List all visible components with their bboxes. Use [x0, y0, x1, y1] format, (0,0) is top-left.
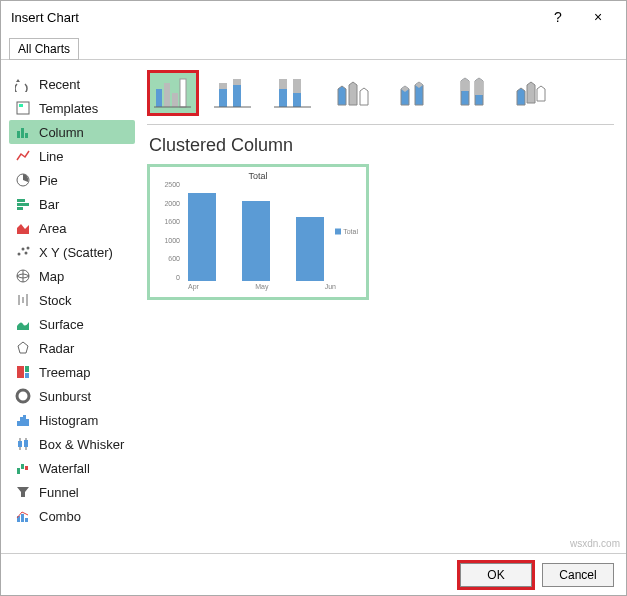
subtype-stacked-column[interactable]	[207, 70, 259, 116]
sidebar-item-sunburst[interactable]: Sunburst	[9, 384, 135, 408]
sidebar-item-label: Histogram	[39, 413, 98, 428]
svg-rect-19	[17, 366, 24, 378]
svg-marker-65	[527, 82, 535, 103]
svg-marker-55	[360, 88, 368, 105]
svg-rect-36	[21, 514, 24, 522]
sidebar-item-recent[interactable]: Recent	[9, 72, 135, 96]
subtype-100-stacked-column[interactable]	[267, 70, 319, 116]
svg-rect-4	[25, 133, 28, 138]
column-icon	[15, 124, 31, 140]
sidebar-item-scatter[interactable]: X Y (Scatter)	[9, 240, 135, 264]
svg-marker-54	[349, 82, 357, 105]
titlebar: Insert Chart ? ×	[1, 1, 626, 33]
svg-rect-44	[219, 83, 227, 89]
sidebar-item-label: Area	[39, 221, 66, 236]
sidebar-item-label: Waterfall	[39, 461, 90, 476]
subtype-3d-100-stacked-column[interactable]	[447, 70, 499, 116]
sidebar-item-label: Funnel	[39, 485, 79, 500]
sidebar-item-label: Sunburst	[39, 389, 91, 404]
sidebar-item-label: Map	[39, 269, 64, 284]
sidebar-item-label: Box & Whisker	[39, 437, 124, 452]
svg-marker-64	[517, 88, 525, 105]
help-button[interactable]: ?	[538, 3, 578, 31]
svg-rect-32	[21, 464, 24, 469]
svg-rect-7	[17, 203, 29, 206]
sidebar-item-waterfall[interactable]: Waterfall	[9, 456, 135, 480]
svg-marker-34	[17, 487, 29, 497]
chart-subtype-row	[147, 70, 614, 125]
radar-icon	[15, 340, 31, 356]
svg-point-11	[22, 248, 25, 251]
svg-rect-1	[19, 104, 23, 107]
ytick: 2000	[158, 200, 180, 207]
sidebar-item-stock[interactable]: Stock	[9, 288, 135, 312]
chart-preview[interactable]: Total 2500 2000 1600 1000 600 0	[147, 164, 369, 300]
xtick: May	[255, 283, 268, 290]
waterfall-icon	[15, 460, 31, 476]
svg-point-10	[18, 253, 21, 256]
sidebar-item-templates[interactable]: Templates	[9, 96, 135, 120]
sidebar-item-area[interactable]: Area	[9, 216, 135, 240]
cancel-button[interactable]: Cancel	[542, 563, 614, 587]
boxwhisker-icon	[15, 436, 31, 452]
svg-rect-51	[293, 79, 301, 93]
sidebar-item-line[interactable]: Line	[9, 144, 135, 168]
subtype-clustered-column[interactable]	[147, 70, 199, 116]
legend-swatch	[335, 228, 341, 234]
templates-icon	[15, 100, 31, 116]
svg-rect-0	[17, 102, 29, 114]
tab-strip: All Charts	[1, 33, 626, 60]
sidebar-item-surface[interactable]: Surface	[9, 312, 135, 336]
sidebar-item-label: Combo	[39, 509, 81, 524]
funnel-icon	[15, 484, 31, 500]
svg-marker-53	[338, 86, 346, 105]
bar-icon	[15, 196, 31, 212]
sidebar-item-boxwhisker[interactable]: Box & Whisker	[9, 432, 135, 456]
subtype-3d-column[interactable]	[507, 70, 559, 116]
dialog-body: Recent Templates Column Line Pie Bar	[1, 60, 626, 553]
chart-subtype-name: Clustered Column	[149, 135, 614, 156]
preview-yaxis: 2500 2000 1600 1000 600 0	[158, 181, 180, 281]
preview-legend: Total	[335, 228, 358, 235]
subtype-3d-stacked-column[interactable]	[387, 70, 439, 116]
sidebar-item-pie[interactable]: Pie	[9, 168, 135, 192]
ok-button[interactable]: OK	[460, 563, 532, 587]
dialog-footer: OK Cancel	[1, 553, 626, 595]
sidebar-item-map[interactable]: Map	[9, 264, 135, 288]
sidebar-item-histogram[interactable]: Histogram	[9, 408, 135, 432]
svg-rect-46	[233, 79, 241, 85]
sidebar-item-label: Recent	[39, 77, 80, 92]
sidebar-item-radar[interactable]: Radar	[9, 336, 135, 360]
svg-rect-38	[156, 89, 162, 107]
svg-rect-31	[17, 468, 20, 474]
preview-bar	[242, 201, 270, 281]
sidebar-item-funnel[interactable]: Funnel	[9, 480, 135, 504]
sidebar-item-label: Treemap	[39, 365, 91, 380]
sidebar-item-combo[interactable]: Combo	[9, 504, 135, 528]
sidebar-item-label: Line	[39, 149, 64, 164]
svg-rect-40	[172, 93, 178, 107]
sidebar-item-column[interactable]: Column	[9, 120, 135, 144]
dialog-title: Insert Chart	[9, 10, 538, 25]
svg-rect-6	[17, 199, 25, 202]
legend-label: Total	[343, 228, 358, 235]
close-button[interactable]: ×	[578, 3, 618, 31]
sidebar-item-label: Templates	[39, 101, 98, 116]
svg-rect-28	[18, 441, 22, 447]
svg-rect-23	[17, 421, 20, 426]
watermark: wsxdn.com	[570, 538, 620, 549]
svg-rect-25	[23, 415, 26, 426]
surface-icon	[15, 316, 31, 332]
insert-chart-dialog: Insert Chart ? × All Charts Recent Templ…	[0, 0, 627, 596]
subtype-3d-clustered-column[interactable]	[327, 70, 379, 116]
ytick: 1600	[158, 218, 180, 225]
combo-icon	[15, 508, 31, 524]
sidebar-item-bar[interactable]: Bar	[9, 192, 135, 216]
ytick: 2500	[158, 181, 180, 188]
tab-all-charts[interactable]: All Charts	[9, 38, 79, 60]
sidebar-item-treemap[interactable]: Treemap	[9, 360, 135, 384]
sidebar-item-label: Radar	[39, 341, 74, 356]
ytick: 600	[158, 255, 180, 262]
scatter-icon	[15, 244, 31, 260]
svg-rect-37	[25, 518, 28, 522]
